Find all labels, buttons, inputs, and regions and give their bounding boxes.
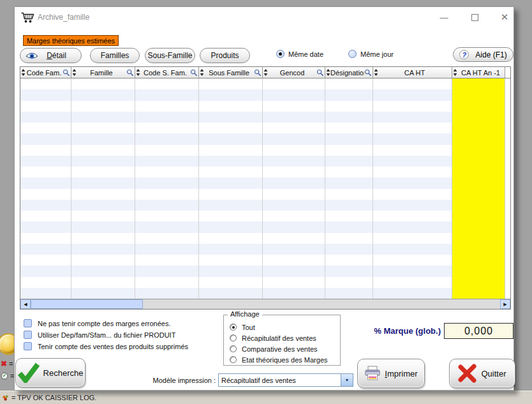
table-cell xyxy=(373,156,452,167)
checkbox-utiliser-dep-fam-sfam-du-fichier-produit[interactable]: Utiliser Dep/fam/Sfam... du fichier PROD… xyxy=(24,331,188,339)
table-row[interactable] xyxy=(20,255,510,266)
table-row[interactable] xyxy=(20,156,510,167)
table-cell xyxy=(20,211,71,221)
column-header-code-fam[interactable]: Code Fam. xyxy=(20,67,71,79)
sort-arrows-icon[interactable] xyxy=(263,68,268,77)
table-cell xyxy=(71,123,135,133)
table-row[interactable] xyxy=(20,221,510,232)
column-header-sous-famille[interactable]: Sous Famille xyxy=(199,67,263,79)
table-row[interactable] xyxy=(20,244,510,255)
table-row[interactable] xyxy=(20,200,510,211)
affichage-option-etat-th-oriques-des-marges[interactable]: Etat théoriques des Marges xyxy=(224,354,340,365)
radio-icon[interactable] xyxy=(230,345,237,352)
modele-impression-select[interactable]: Récapitulatif des ventes ▼ xyxy=(218,373,353,387)
checkbox-box[interactable] xyxy=(24,331,32,339)
scrollbar-thumb[interactable] xyxy=(31,299,143,309)
table-row[interactable] xyxy=(20,233,510,244)
table-cell xyxy=(373,277,452,288)
column-header-code-s-fam[interactable]: Code S. Fam. xyxy=(135,67,199,79)
table-row[interactable] xyxy=(20,89,510,100)
checkbox-box[interactable] xyxy=(24,319,32,327)
sort-arrows-icon[interactable] xyxy=(200,68,204,77)
quitter-button[interactable]: Quitter xyxy=(449,359,515,388)
recherche-button[interactable]: Recherche xyxy=(15,358,85,387)
radio-icon[interactable] xyxy=(276,50,284,58)
table-cell xyxy=(452,123,505,133)
column-header-famille[interactable]: Famille xyxy=(71,67,135,79)
table-cell xyxy=(199,156,263,167)
column-header-gencod[interactable]: Gencod xyxy=(263,67,325,79)
column-header-ca-ht[interactable]: CA HT xyxy=(373,67,452,79)
imprimer-button[interactable]: Imprimer xyxy=(357,359,425,388)
sort-arrows-icon[interactable] xyxy=(72,68,77,77)
table-row[interactable] xyxy=(20,266,510,276)
search-magnifier-icon[interactable] xyxy=(254,69,262,77)
table-cell xyxy=(263,233,325,244)
sous-famille-button[interactable]: Sous-Famille xyxy=(145,48,195,63)
table-cell xyxy=(135,244,199,255)
scroll-left-button[interactable]: ◀ xyxy=(20,299,31,309)
search-magnifier-icon[interactable] xyxy=(316,69,324,77)
search-magnifier-icon[interactable] xyxy=(126,69,134,77)
scroll-right-button[interactable]: ▶ xyxy=(500,299,510,309)
produits-button[interactable]: Produits xyxy=(200,48,250,63)
sort-arrows-icon[interactable] xyxy=(453,68,457,77)
sort-arrows-icon[interactable] xyxy=(21,68,26,77)
radio-icon[interactable] xyxy=(230,324,237,331)
marges-theoriques-banner[interactable]: Marges théoriques estimées xyxy=(23,35,119,46)
detail-button[interactable]: Détail xyxy=(20,48,82,63)
table-row[interactable] xyxy=(20,177,510,188)
table-row[interactable] xyxy=(20,145,510,156)
column-header-d-signation[interactable]: Désignation xyxy=(325,67,373,79)
table-cell xyxy=(71,156,135,167)
affichage-option-tout[interactable]: Tout xyxy=(224,322,340,333)
table-cell xyxy=(20,101,71,112)
aide-button[interactable]: ? Aide (F1) xyxy=(453,47,514,62)
sort-arrows-icon[interactable] xyxy=(374,68,378,77)
radio-icon[interactable] xyxy=(230,356,237,363)
dropdown-arrow-icon[interactable]: ▼ xyxy=(341,374,353,386)
minimize-button[interactable]: — xyxy=(436,11,452,24)
meme-jour-radio[interactable]: Même jour xyxy=(348,50,394,58)
column-label: Désignation xyxy=(330,69,364,77)
radio-icon[interactable] xyxy=(348,50,357,58)
table-row[interactable] xyxy=(20,288,510,299)
table-row[interactable] xyxy=(20,101,510,112)
table-row[interactable] xyxy=(20,79,510,89)
table-row[interactable] xyxy=(20,211,510,221)
column-label: Sous Famille xyxy=(204,69,254,77)
search-magnifier-icon[interactable] xyxy=(364,69,372,77)
table-row[interactable] xyxy=(20,167,510,177)
table-row[interactable] xyxy=(20,189,510,200)
affichage-option-r-capitulatif-des-ventes[interactable]: Récapitulatif des ventes xyxy=(224,333,340,343)
close-button[interactable]: ✕ xyxy=(496,11,513,24)
radio-icon[interactable] xyxy=(230,334,237,341)
checkbox-ne-pas-tenir-compte-des-marges-erron-es[interactable]: Ne pas tenir compte des marges erronées. xyxy=(24,319,188,327)
table-row[interactable] xyxy=(20,133,510,144)
checkbox-tenir-compte-des-ventes-des-produits-sup[interactable]: Tenir compte des ventes des produits sup… xyxy=(24,342,188,350)
column-header-ca-ht-an-1[interactable]: CA HT An -1 xyxy=(452,67,505,79)
table-cell xyxy=(325,156,373,167)
affichage-option-comparative-des-ventes[interactable]: Comparative des ventes xyxy=(224,343,340,354)
horizontal-scrollbar[interactable]: ◀ ▶ xyxy=(20,299,510,309)
table-row[interactable] xyxy=(20,277,510,288)
meme-date-radio[interactable]: Même date xyxy=(276,50,323,58)
search-magnifier-icon[interactable] xyxy=(190,69,198,77)
table-cell xyxy=(199,244,263,255)
table-cell xyxy=(325,177,373,188)
table-cell xyxy=(452,266,505,276)
table-cell xyxy=(452,112,505,123)
maximize-button[interactable] xyxy=(466,11,483,24)
table-cell xyxy=(263,112,325,123)
row-filler xyxy=(505,101,510,112)
table-cell xyxy=(325,145,373,156)
familles-button[interactable]: Familles xyxy=(90,48,140,63)
table-cell xyxy=(20,255,71,266)
search-magnifier-icon[interactable] xyxy=(63,69,70,77)
sort-arrows-icon[interactable] xyxy=(136,68,140,77)
sort-arrows-icon[interactable] xyxy=(326,68,330,77)
table-cell xyxy=(452,133,505,144)
table-row[interactable] xyxy=(20,123,510,133)
checkbox-box[interactable] xyxy=(24,342,32,350)
table-row[interactable] xyxy=(20,112,510,123)
